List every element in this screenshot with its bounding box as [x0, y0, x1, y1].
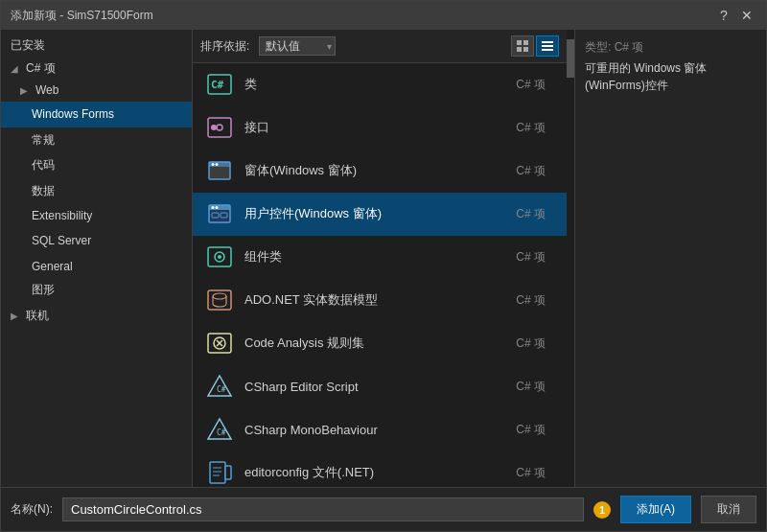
view-buttons — [511, 35, 559, 57]
bottom-bar: 名称(N): 1 添加(A) 取消 — [1, 487, 766, 531]
item-tag-ado: C# 项 — [516, 292, 546, 309]
item-name-ado: ADO.NET 实体数据模型 — [244, 291, 516, 309]
badge-1: 1 — [593, 501, 611, 519]
item-name-component: 组件类 — [244, 248, 516, 266]
tree-item-windows-forms[interactable]: Windows Forms — [1, 102, 192, 127]
item-name-editorconfig-net: editorconfig 文件(.NET) — [244, 464, 516, 481]
list-item-interface[interactable]: 接口 C# 项 — [193, 106, 567, 150]
add-button[interactable]: 添加(A) — [620, 496, 691, 523]
expand-icon-csharp: ◢ — [11, 61, 22, 77]
svg-point-15 — [212, 163, 215, 166]
svg-text:C#: C# — [217, 385, 226, 394]
svg-rect-1 — [523, 40, 528, 45]
svg-rect-35 — [225, 466, 231, 479]
middle-toolbar: 排序依据: 默认值 名称 类型 — [193, 30, 567, 63]
tree-item-data[interactable]: 数据 — [1, 178, 192, 203]
expand-icon-web: ▶ — [20, 83, 32, 99]
svg-point-25 — [218, 255, 221, 259]
svg-point-16 — [216, 163, 219, 166]
dialog-title: 添加新项 - SimS71500Form — [11, 8, 153, 24]
item-icon-ado — [204, 285, 235, 315]
tree-item-common[interactable]: 常规 — [1, 127, 192, 152]
dialog-root: 添加新项 - SimS71500Form ? ✕ 已安装 ◢ C# 项 ▶ We… — [0, 0, 767, 532]
tree-item-graphics[interactable]: 图形 — [1, 279, 192, 301]
list-scrollbar[interactable] — [567, 30, 574, 487]
tree-item-csharp[interactable]: ◢ C# 项 — [1, 58, 192, 80]
svg-rect-6 — [542, 49, 553, 51]
list-icon — [541, 39, 554, 53]
item-icon-editorconfig-net — [204, 457, 235, 487]
titlebar-controls: ? ✕ — [714, 6, 756, 25]
tree-item-sqlserver[interactable]: SQL Server — [1, 228, 192, 253]
main-content: 已安装 ◢ C# 项 ▶ Web Windows Forms 常规 代码 数据 … — [1, 30, 766, 487]
item-tag-codeanalysis: C# 项 — [516, 335, 546, 352]
item-tag-class: C# 项 — [516, 77, 546, 93]
svg-rect-0 — [517, 40, 522, 45]
middle-panel: 排序依据: 默认值 名称 类型 — [193, 30, 567, 487]
right-panel: 类型: C# 项 可重用的 Windows 窗体(WinForms)控件 — [574, 30, 766, 487]
items-list: C# 类 C# 项 — [193, 63, 567, 487]
cancel-button[interactable]: 取消 — [701, 496, 756, 523]
svg-rect-2 — [517, 47, 522, 52]
svg-rect-34 — [210, 462, 225, 483]
list-item-ado[interactable]: ADO.NET 实体数据模型 C# 项 — [193, 279, 567, 322]
item-icon-usercontrol — [204, 198, 235, 229]
list-view-button[interactable] — [536, 35, 559, 57]
item-tag-component: C# 项 — [516, 249, 546, 266]
svg-point-20 — [216, 206, 219, 209]
svg-text:C#: C# — [211, 79, 224, 91]
item-icon-codeanalysis — [204, 328, 235, 359]
item-tag-usercontrol: C# 项 — [516, 206, 546, 222]
installed-header: 已安装 — [1, 30, 192, 58]
svg-rect-5 — [542, 45, 553, 47]
item-name-window: 窗体(Windows 窗体) — [244, 162, 516, 179]
svg-rect-3 — [523, 47, 528, 52]
name-label: 名称(N): — [11, 501, 53, 518]
item-tag-interface: C# 项 — [516, 120, 546, 136]
list-item-component[interactable]: 组件类 C# 项 — [193, 236, 567, 279]
item-name-csharpbehaviour: CSharp MonoBehaviour — [244, 423, 516, 437]
tree-item-general[interactable]: General — [1, 254, 192, 279]
list-item-editorconfig-net[interactable]: editorconfig 文件(.NET) C# 项 — [193, 451, 567, 487]
grid-icon — [516, 39, 529, 53]
type-description: 可重用的 Windows 窗体(WinForms)控件 — [585, 59, 756, 94]
tree-item-code[interactable]: 代码 — [1, 152, 192, 177]
item-name-csharpeditor: CSharp Editor Script — [244, 380, 516, 394]
list-item-codeanalysis[interactable]: Code Analysis 规则集 C# 项 — [193, 322, 567, 365]
item-icon-component — [204, 242, 235, 272]
svg-text:C#: C# — [217, 428, 226, 437]
help-button[interactable]: ? — [714, 6, 733, 25]
sort-select-wrapper: 默认值 名称 类型 — [259, 36, 336, 56]
left-panel: 已安装 ◢ C# 项 ▶ Web Windows Forms 常规 代码 数据 … — [1, 30, 193, 487]
expand-icon-remote: ▶ — [11, 309, 22, 324]
item-icon-class: C# — [204, 69, 235, 100]
item-name-interface: 接口 — [244, 119, 516, 136]
grid-view-button[interactable] — [511, 35, 534, 57]
item-name-codeanalysis: Code Analysis 规则集 — [244, 335, 516, 352]
item-name-usercontrol: 用户控件(Windows 窗体) — [244, 205, 516, 222]
tree-item-remote[interactable]: ▶ 联机 — [1, 305, 192, 327]
titlebar: 添加新项 - SimS71500Form ? ✕ — [1, 1, 766, 30]
filename-input[interactable] — [62, 497, 584, 521]
list-item-window[interactable]: 窗体(Windows 窗体) C# 项 — [193, 150, 567, 193]
item-tag-window: C# 项 — [516, 163, 546, 179]
list-item-class[interactable]: C# 类 C# 项 — [193, 63, 567, 106]
tree-item-extensibility[interactable]: Extensibility — [1, 203, 192, 228]
list-item-csharpeditor[interactable]: C# CSharp Editor Script C# 项 — [193, 365, 567, 408]
list-item-usercontrol[interactable]: 用户控件(Windows 窗体) C# 项 — [193, 193, 567, 236]
item-icon-csharpbehaviour: C# — [204, 414, 235, 445]
item-name-class: 类 — [244, 76, 516, 93]
item-icon-csharpeditor: C# — [204, 371, 235, 402]
sort-label: 排序依据: — [200, 38, 249, 55]
tree-item-web[interactable]: ▶ Web — [1, 80, 192, 102]
item-tag-csharpbehaviour: C# 项 — [516, 422, 546, 438]
type-label: 类型: C# 项 — [585, 39, 756, 56]
item-icon-interface — [204, 112, 235, 143]
sort-select[interactable]: 默认值 名称 类型 — [259, 36, 336, 56]
list-item-csharpbehaviour[interactable]: C# CSharp MonoBehaviour C# 项 — [193, 408, 567, 451]
item-tag-editorconfig-net: C# 项 — [516, 465, 546, 481]
item-icon-window — [204, 155, 235, 186]
svg-rect-4 — [542, 41, 553, 43]
close-button[interactable]: ✕ — [737, 6, 756, 25]
item-tag-csharpeditor: C# 项 — [516, 379, 546, 395]
